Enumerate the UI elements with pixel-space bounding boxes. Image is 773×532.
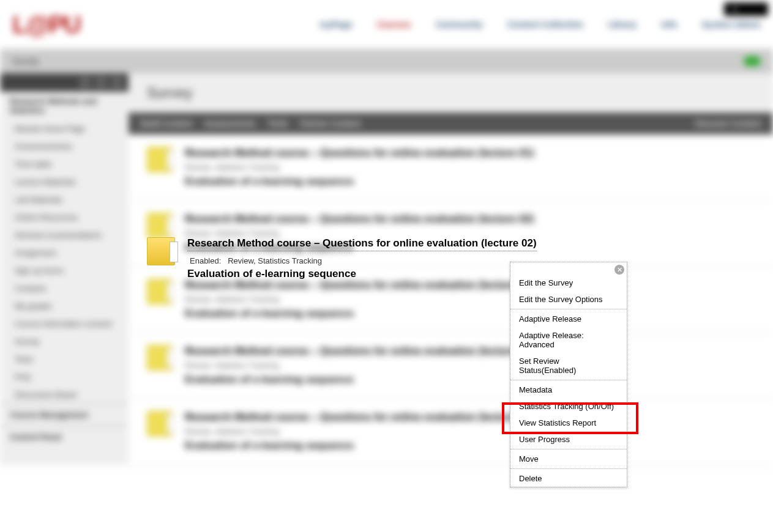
- menu-item-move[interactable]: Move: [510, 451, 627, 467]
- sidebar-item[interactable]: Contacts: [15, 279, 129, 297]
- menu-item-edit-options[interactable]: Edit the Survey Options: [510, 291, 627, 308]
- survey-desc: Evaluation of e-learning sequence: [185, 374, 755, 386]
- context-menu: ✕ Edit the Survey Edit the Survey Option…: [510, 262, 627, 487]
- survey-title[interactable]: Research Method course – Questions for o…: [187, 237, 537, 251]
- user-button[interactable]: ●: [724, 2, 768, 16]
- enabled-label: Enabled:: [190, 256, 221, 265]
- close-icon[interactable]: ✕: [614, 265, 624, 275]
- survey-title[interactable]: Research Method course – Questions for o…: [185, 345, 755, 357]
- nav-link[interactable]: myPage: [319, 20, 353, 29]
- survey-title[interactable]: Research Method course – Questions for o…: [185, 147, 755, 159]
- survey-icon: [147, 147, 173, 172]
- sidebar-item[interactable]: Survey: [15, 333, 129, 350]
- breadcrumb: Survey: [12, 56, 39, 66]
- menu-item-adaptive-release[interactable]: Adaptive Release: [510, 311, 627, 327]
- action-button[interactable]: Discover Content: [695, 119, 761, 128]
- focus-layer: Research Method course – Questions for o…: [0, 0, 773, 532]
- sidebar-item[interactable]: Lab Materials: [15, 191, 129, 209]
- action-button[interactable]: Partner Content: [300, 119, 360, 128]
- survey-desc: Evaluation of e-learning sequence: [185, 175, 755, 188]
- menu-item-review-status[interactable]: Set Review Status(Enabled): [510, 353, 627, 379]
- sidebar-tool-icon[interactable]: [111, 77, 122, 88]
- survey-meta: Review, Statistics Tracking: [185, 229, 755, 238]
- sidebar-item[interactable]: Lecture Materials: [15, 173, 129, 191]
- survey-meta: Review, Statistics Tracking: [185, 361, 755, 370]
- enabled-value: Review, Statistics Tracking: [228, 256, 322, 265]
- sidebar-tool-icon[interactable]: [80, 77, 91, 88]
- menu-item-delete[interactable]: Delete: [510, 470, 627, 487]
- survey-meta: Review, Statistics Tracking: [185, 427, 755, 436]
- survey-icon: [147, 411, 173, 437]
- sidebar-item[interactable]: FAQ: [15, 368, 129, 386]
- logo-text: L@PU: [12, 11, 80, 38]
- survey-icon: [147, 345, 173, 371]
- menu-item-view-stats[interactable]: View Statistics Report: [510, 415, 627, 431]
- sidebar-panel[interactable]: Course Management: [0, 404, 129, 426]
- blurred-background: L@PU myPage Courses Community Content Co…: [0, 0, 773, 465]
- sidebar-nav: Module Home Page Announcements Time tabl…: [0, 120, 129, 404]
- edit-mode-toggle[interactable]: [744, 56, 761, 66]
- menu-item-user-progress[interactable]: User Progress: [510, 431, 627, 448]
- sidebar-item[interactable]: Seminar & presentations: [15, 226, 129, 244]
- survey-item-focused: Research Method course – Questions for o…: [147, 237, 759, 280]
- logo: L@PU: [12, 11, 80, 39]
- sidebar-tool-icon[interactable]: [95, 77, 106, 88]
- survey-icon: [147, 237, 175, 265]
- top-nav: myPage Courses Community Content Collect…: [319, 20, 761, 29]
- survey-title[interactable]: Research Method course – Questions for o…: [185, 213, 755, 225]
- sidebar-item[interactable]: Course information consent: [15, 315, 129, 333]
- survey-item: Research Method course – Questions for o…: [129, 399, 773, 465]
- sidebar-item[interactable]: Online Resources: [15, 209, 129, 226]
- sidebar: Research Methods and Statistics Module H…: [0, 73, 129, 465]
- sidebar-item[interactable]: Time table: [15, 155, 129, 173]
- top-bar: L@PU myPage Courses Community Content Co…: [0, 0, 773, 49]
- sidebar-item[interactable]: Announcements: [15, 138, 129, 155]
- survey-title[interactable]: Research Method course – Questions for o…: [185, 279, 755, 291]
- survey-title[interactable]: Research Method course – Questions for o…: [185, 411, 755, 423]
- nav-link[interactable]: Courses: [377, 20, 411, 29]
- survey-item: Research Method course – Questions for o…: [129, 135, 773, 201]
- nav-link[interactable]: Library: [608, 20, 637, 29]
- sidebar-item[interactable]: Assignment: [15, 244, 129, 262]
- sidebar-item[interactable]: Tests: [15, 350, 129, 368]
- menu-item-edit-survey[interactable]: Edit the Survey: [510, 275, 627, 291]
- menu-item-stats-tracking[interactable]: Statistics Tracking (On/Off): [510, 398, 627, 415]
- survey-item: Research Method course – Questions for o…: [129, 333, 773, 399]
- nav-link[interactable]: Content Collection: [507, 20, 583, 29]
- sidebar-item[interactable]: My grades: [15, 297, 129, 315]
- sidebar-toolbar: [0, 73, 129, 92]
- survey-meta: Enabled: Review, Statistics Tracking: [190, 256, 537, 265]
- sidebar-item[interactable]: Module Home Page: [15, 120, 129, 138]
- survey-meta: Review, Statistics Tracking: [185, 295, 755, 304]
- survey-desc: Evaluation of e-learning sequence: [185, 308, 755, 320]
- course-name: Research Methods and Statistics: [0, 92, 129, 120]
- survey-icon: [147, 279, 173, 305]
- sidebar-item[interactable]: Discussion Board: [15, 386, 129, 404]
- content-list: Research Method course – Questions for o…: [129, 135, 773, 465]
- nav-link[interactable]: Community: [436, 20, 483, 29]
- sidebar-panel[interactable]: Control Panel: [0, 426, 129, 448]
- survey-meta: Review, Statistics Tracking: [185, 163, 755, 172]
- menu-item-adaptive-release-adv[interactable]: Adaptive Release: Advanced: [510, 327, 627, 353]
- action-bar: Build Content Assessments Tools Partner …: [129, 113, 773, 135]
- survey-desc: Evaluation of e-learning sequence: [185, 440, 755, 452]
- action-button[interactable]: Build Content: [141, 119, 192, 128]
- page-title: Survey: [129, 73, 773, 113]
- action-button[interactable]: Tools: [267, 119, 288, 128]
- nav-link[interactable]: System Admin: [701, 20, 761, 29]
- survey-desc: Evaluation of e-learning sequence: [187, 268, 537, 280]
- action-button[interactable]: Assessments: [204, 119, 255, 128]
- menu-item-metadata[interactable]: Metadata: [510, 382, 627, 398]
- survey-icon: [147, 213, 173, 238]
- nav-link[interactable]: Info: [662, 20, 678, 29]
- sidebar-item[interactable]: Sign up forms: [15, 262, 129, 279]
- breadcrumb-bar: Survey: [0, 49, 773, 73]
